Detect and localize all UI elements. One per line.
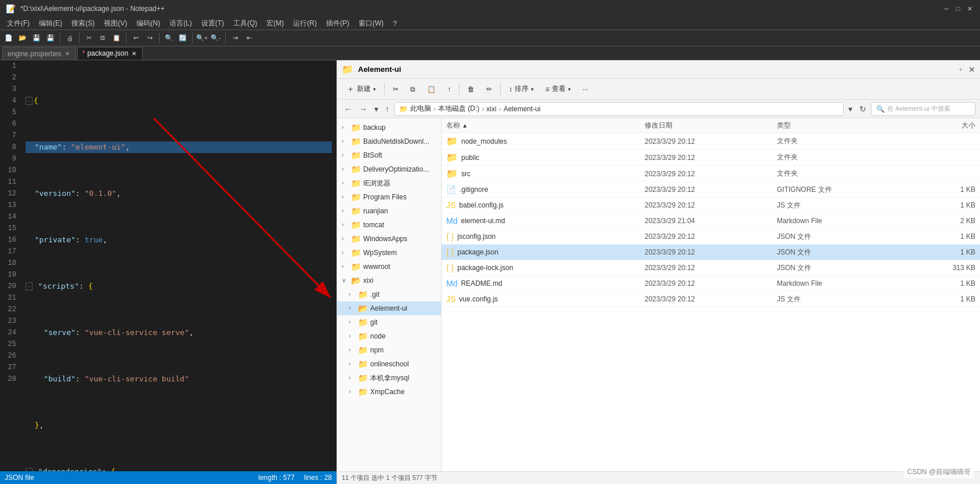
file-row[interactable]: Md element-ui.md 2023/3/29 21:04 Markdow… [442, 213, 980, 229]
menu-language[interactable]: 语言(L) [165, 17, 197, 30]
toolbar-paste[interactable]: 📋 [110, 32, 123, 45]
menu-help[interactable]: ? [388, 19, 402, 29]
header-size-label: 大小 [961, 121, 975, 129]
toolbar-sep-exp3 [500, 83, 501, 95]
tree-item-programfiles[interactable]: › 📁 Program Files [337, 190, 441, 204]
tree-item-node[interactable]: › 📁 node [337, 329, 441, 343]
tree-item-xmpcache[interactable]: › 📁 XmpCache [337, 385, 441, 399]
paste-btn[interactable]: 📋 [422, 83, 440, 96]
delete-btn[interactable]: 🗑 [463, 83, 479, 96]
file-row[interactable]: { } package.json 2023/3/29 20:12 JSON 文件… [442, 245, 980, 260]
tree-item-onlineschool[interactable]: › 📁 onlineschool [337, 357, 441, 371]
menu-window[interactable]: 窗口(W) [354, 17, 388, 30]
toolbar-undo[interactable]: ↩ [129, 32, 142, 45]
tree-label: onlineschool [370, 359, 436, 369]
more-btn[interactable]: ··· [578, 83, 593, 96]
menu-view[interactable]: 视图(V) [99, 17, 132, 30]
menu-file[interactable]: 文件(F) [2, 17, 34, 30]
menu-search[interactable]: 搜索(S) [67, 17, 99, 30]
toolbar-replace[interactable]: 🔄 [176, 32, 189, 45]
toolbar-redo[interactable]: ↪ [143, 32, 156, 45]
path-dropdown-btn[interactable]: ▾ [846, 103, 855, 115]
rename-btn[interactable]: ✏ [482, 83, 497, 96]
toolbar-find[interactable]: 🔍 [162, 32, 175, 45]
tree-item-wwwroot[interactable]: › 📁 wwwroot [337, 260, 441, 274]
toolbar-zoom-out[interactable]: 🔍- [209, 32, 222, 45]
toolbar-cut[interactable]: ✂ [82, 32, 95, 45]
header-date[interactable]: 修改日期 [645, 121, 777, 130]
address-path[interactable]: 📁 此电脑 › 本地磁盘 (D:) › xixi › Aelement-ui [394, 102, 844, 116]
tree-item-wpsystem[interactable]: › 📁 WpSystem [337, 246, 441, 260]
file-row[interactable]: Md README.md 2023/3/29 20:12 Markdown Fi… [442, 276, 980, 292]
toolbar-open[interactable]: 📂 [16, 32, 29, 45]
toolbar-new[interactable]: 📄 [2, 32, 15, 45]
tree-item-mysql[interactable]: › 📁 本机拿mysql [337, 371, 441, 385]
toolbar-save[interactable]: 💾 [30, 32, 43, 45]
new-btn[interactable]: ＋ 新建 ▾ [342, 82, 381, 97]
tree-item-delivery[interactable]: › 📁 DeliveryOptimizatio... [337, 162, 441, 176]
sort-btn[interactable]: ↕ 排序 ▾ [504, 82, 538, 96]
explorer-close-btn[interactable]: ✕ [968, 65, 975, 74]
tree-item-xixi[interactable]: ∨ 📂 xixi [337, 274, 441, 288]
tab-close-package[interactable]: ✕ [131, 50, 138, 57]
nav-recent-btn[interactable]: ▾ [372, 103, 381, 115]
add-tab-btn[interactable]: ＋ [957, 65, 964, 74]
nav-up-btn[interactable]: ↑ [383, 103, 392, 115]
tree-item-windowsapps[interactable]: › 📁 WindowsApps [337, 232, 441, 246]
minimize-btn[interactable]: ─ [942, 4, 951, 13]
tree-item-npm[interactable]: › 📁 npm [337, 343, 441, 357]
menu-edit[interactable]: 编辑(E) [34, 17, 67, 30]
fold-1[interactable]: - [26, 97, 32, 105]
toolbar-zoom-in[interactable]: 🔍+ [196, 32, 208, 45]
toolbar-saveall[interactable]: 💾 [44, 32, 57, 45]
file-row[interactable]: 📁 node_modules 2023/3/29 20:12 文件夹 [442, 133, 980, 150]
toolbar-copy[interactable]: ⧉ [96, 32, 109, 45]
file-row[interactable]: JS vue.config.js 2023/3/29 20:12 JS 文件 1… [442, 292, 980, 307]
refresh-btn[interactable]: ↻ [857, 103, 869, 115]
header-name[interactable]: 名称 ▲ [446, 121, 645, 130]
menu-run[interactable]: 运行(R) [288, 17, 321, 30]
tree-item-ruanjian[interactable]: › 📁 ruanjian [337, 204, 441, 218]
tree-item-baidu[interactable]: › 📁 BaiduNetdiskDownl... [337, 134, 441, 148]
tree-label-aelement: Aelement-ui [370, 303, 436, 314]
tree-item-gitfolder[interactable]: › 📁 git [337, 315, 441, 329]
file-row[interactable]: { } jsconfig.json 2023/3/29 20:12 JSON 文… [442, 229, 980, 245]
code-area[interactable]: - { "name": "element-ui", "version": "0.… [21, 60, 337, 471]
cut-btn[interactable]: ✂ [388, 83, 403, 96]
copy-btn[interactable]: ⧉ [406, 83, 420, 96]
file-row[interactable]: JS babel.config.js 2023/3/29 20:12 JS 文件… [442, 198, 980, 213]
tree-item-git[interactable]: › 📁 .git [337, 288, 441, 301]
chevron-right-icon: › [342, 192, 349, 202]
header-size[interactable]: 大小 [909, 121, 975, 130]
tree-item-aelement-ui[interactable]: › 📂 Aelement-ui [337, 301, 441, 315]
menu-tools[interactable]: 工具(Q) [229, 17, 262, 30]
nav-forward-btn[interactable]: → [357, 103, 370, 115]
menu-macro[interactable]: 宏(M) [262, 17, 288, 30]
file-row[interactable]: 📁 src 2023/3/29 20:12 文件夹 [442, 166, 980, 182]
share-btn[interactable]: ↑ [443, 83, 455, 96]
file-row[interactable]: { } package-lock.json 2023/3/29 20:12 JS… [442, 260, 980, 276]
menu-settings[interactable]: 设置(T) [197, 17, 229, 30]
close-btn[interactable]: ✕ [965, 4, 974, 13]
tree-item-ie[interactable]: › 📁 IE浏览器 [337, 176, 441, 190]
editor-content[interactable]: 1 2 3 4 5 6 7 8 9 10 11 12 13 14 15 16 1 [0, 60, 337, 471]
tab-engine-properties[interactable]: engine.properties ✕ [2, 47, 76, 60]
address-search[interactable]: 🔍 在 Aelement-ui 中搜索 [871, 102, 975, 116]
tab-package-json[interactable]: * package.json ✕ [77, 47, 143, 60]
file-row[interactable]: 📁 public 2023/3/29 20:12 文件夹 [442, 150, 980, 166]
view-btn[interactable]: ≡ 查看 ▾ [541, 82, 576, 96]
tree-item-tomcat[interactable]: › 📁 tomcat [337, 218, 441, 232]
nav-back-btn[interactable]: ← [342, 103, 355, 115]
toolbar-indent[interactable]: ⇥ [229, 32, 241, 45]
header-type[interactable]: 类型 [777, 121, 909, 130]
fold-5[interactable]: - [26, 282, 32, 290]
file-row[interactable]: 📄 .gitignore 2023/3/29 20:12 GITIGNORE 文… [442, 182, 980, 198]
menu-plugins[interactable]: 插件(P) [321, 17, 354, 30]
toolbar-print[interactable]: 🖨 [63, 32, 76, 45]
menu-encoding[interactable]: 编码(N) [132, 17, 165, 30]
tree-item-btsoft[interactable]: › 📁 BtSoft [337, 148, 441, 162]
maximize-btn[interactable]: □ [953, 4, 963, 13]
tab-close-engine[interactable]: ✕ [64, 50, 71, 57]
tree-item-backup[interactable]: › 📁 backup [337, 121, 441, 134]
toolbar-outdent[interactable]: ⇤ [243, 32, 255, 45]
